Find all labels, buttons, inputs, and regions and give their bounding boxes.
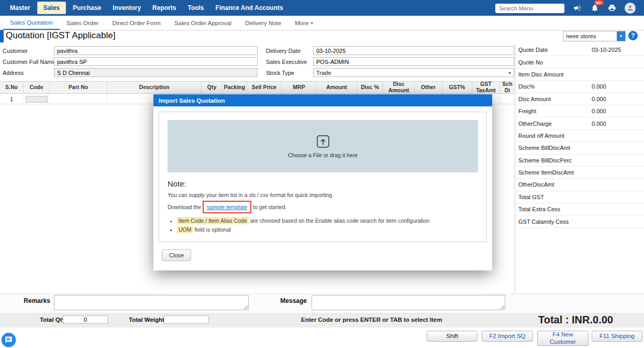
enter-code-hint: Enter Code or press ENTER or TAB to sele… [301,317,442,323]
customer-full-name-field[interactable] [54,57,258,66]
total-weight-input[interactable] [164,316,209,324]
nav-purchase[interactable]: Purchase [67,0,107,16]
modal-body: Choose a File or drag it here Note: You … [153,106,492,270]
col-mrp: MRP [282,82,317,93]
menu-search [495,3,564,13]
import-sales-quotation-modal: Import Sales Quotation Choose a File or … [153,94,492,270]
printer-icon[interactable] [607,3,617,13]
sample-template-link[interactable]: sample template [207,204,247,210]
row-sno: 1 [0,94,24,104]
bullet2-text: field is optional [194,226,230,233]
announcement-icon[interactable] [573,3,582,13]
chevron-down-icon: ▾ [310,20,313,26]
nav-finance-and-accounts[interactable]: Finance And Accounts [210,0,289,16]
summary-label: Scheme BillDiscPerc [518,157,592,164]
grand-total: Total : INR.0.00 [538,314,613,326]
sales-subnav: Sales Quotation Sales Order Direct Order… [0,16,644,30]
modal-title: Import Sales Quotation [153,94,492,106]
bullet-uom: UOM field is optional [177,226,478,233]
search-input[interactable] [495,4,564,13]
col-sell-price: Sell Price [247,82,282,93]
summary-label: Scheme ItemDiscAmt [518,169,592,176]
customer-field[interactable] [54,46,258,55]
summary-row-quote-date: Quote Date03-10-2025 [515,44,644,56]
summary-row-total-extra-cess: Total Extra Cess [515,203,644,215]
title-accent-bar [0,30,4,42]
col-gst-taxamt: GST TaxAmt [472,82,500,93]
tab-sales-order-approval[interactable]: Sales Order Approval [168,16,238,30]
shift-button[interactable]: Shift [427,331,478,342]
summary-value: 0.000 [592,83,644,90]
col-sno: S.No [0,82,24,93]
summary-value: 0.000 [592,108,644,114]
stock-type-value: Trade [316,70,331,76]
bullet1-text: are choosed based on the Enable alias co… [250,218,430,224]
nav-inventory[interactable]: Inventory [107,0,147,16]
summary-label: GST Calamity Cess [518,219,592,225]
help-icon[interactable]: ? [628,31,638,40]
store-dropdown-icon[interactable]: ▾ [617,31,625,41]
summary-label: Round off Amount [518,133,592,139]
customer-label: Customer [3,48,28,54]
row-code-cell [24,94,50,104]
nav-sales[interactable]: Sales [37,2,66,14]
modal-inner-panel: Choose a File or drag it here Note: You … [159,112,487,242]
f2-import-sq-button[interactable]: F2 Import SQ [482,331,533,342]
stock-type-label: Stock Type [266,70,294,76]
tab-direct-order-form[interactable]: Direct Order Form [105,16,168,30]
upload-icon [316,135,330,148]
row-part-no [50,94,107,104]
stock-type-select[interactable]: Trade ▾ [313,68,514,77]
summary-label: Quote Date [518,47,592,53]
items-table-header: S.No Code Part No Description Qty Packin… [0,81,515,94]
delivery-date-label: Delivery Date [266,48,301,54]
f11-shipping-button[interactable]: F11 Shipping [592,331,642,342]
summary-value: 0.000 [592,121,644,127]
address-field[interactable] [54,68,258,77]
note-title: Note: [168,179,478,188]
note-bullets: Item Code / Item Alias Code are choosed … [177,218,478,233]
nav-tools[interactable]: Tools [182,0,209,16]
top-navbar: Master Sales Purchase Inventory Reports … [0,0,644,16]
col-sch-disc: Sch Di [500,82,515,93]
tab-sales-quotation[interactable]: Sales Quotation [3,16,60,30]
app-window: Master Sales Purchase Inventory Reports … [0,0,644,348]
sales-executive-field[interactable] [313,57,514,66]
item-code-input[interactable] [26,96,48,103]
bullet2-highlight: UOM [177,226,193,233]
store-selector[interactable]: neee stores ▾ [563,31,626,41]
delivery-date-field[interactable] [313,46,514,55]
col-disc-pct: Disc % [357,82,383,93]
summary-label: Scheme BillDiscAmt [518,145,592,151]
tab-more[interactable]: More▾ [288,16,320,30]
message-textarea[interactable] [312,295,505,310]
notification-badge: 99+ [594,0,604,5]
summary-row-item-disc-amount: Item Disc Amount [515,69,644,81]
summary-row-scheme-billdiscperc: Scheme BillDiscPerc [515,155,644,167]
total-weight-label: Total Weight [129,317,164,323]
remarks-textarea[interactable] [54,295,249,310]
nav-reports[interactable]: Reports [147,0,182,16]
bullet1-highlight: Item Code / Item Alias Code [177,217,249,224]
nav-master[interactable]: Master [4,0,36,16]
summary-row-othercharge: OtherCharge0.000 [515,117,644,129]
summary-label: Freight [518,108,592,114]
row-sch-disc [500,94,515,104]
chat-widget-icon[interactable] [2,333,16,347]
f4-new-customer-button[interactable]: F4 New Customer [537,331,589,346]
file-dropzone[interactable]: Choose a File or drag it here [168,120,478,172]
note-line2-suffix: to get started. [253,204,286,210]
summary-row-round-off: Round off Amount [515,130,644,142]
tab-delivery-note[interactable]: Delivery Note [238,16,288,30]
total-qty-input[interactable] [63,316,108,324]
user-avatar[interactable] [625,3,636,14]
notifications-bell-icon[interactable]: 99+ [590,3,599,13]
tab-sales-order[interactable]: Sales Order [60,16,105,30]
summary-row-total-gst: Total GST [515,191,644,203]
summary-label: Total Extra Cess [518,206,592,212]
total-qty-label: Total Qty [40,317,65,323]
close-button[interactable]: Close [162,249,191,261]
summary-row-disc-pct: Disc%0.000 [515,81,644,93]
summary-row-gst-calamity-cess: GST Calamity Cess [515,215,644,227]
col-other: Other [415,82,442,93]
